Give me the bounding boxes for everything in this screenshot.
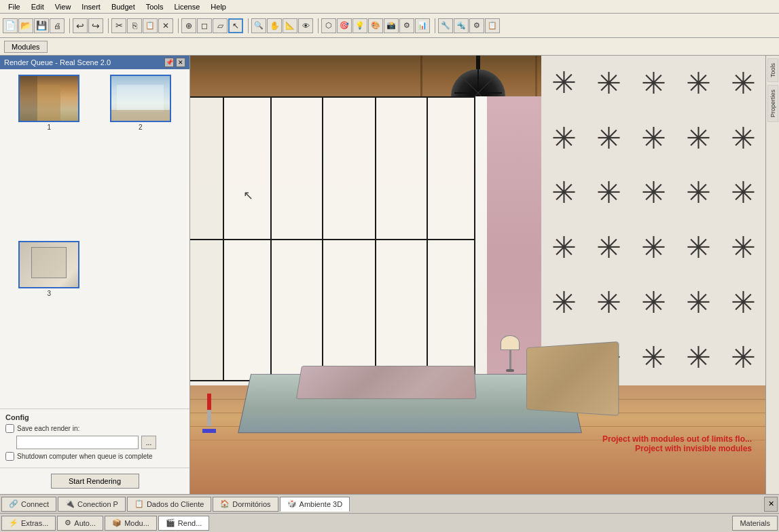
render-btn7[interactable]: 📊 bbox=[415, 18, 430, 33]
wardrobe-panel-4 bbox=[322, 96, 376, 381]
measure-button[interactable]: 📐 bbox=[283, 18, 297, 33]
print-button[interactable]: 🖨 bbox=[50, 18, 65, 33]
tab-dados[interactable]: 📋 Dados do Cliente bbox=[127, 497, 211, 512]
star-13: ✳ bbox=[631, 166, 676, 221]
menu-insert[interactable]: Insert bbox=[76, 1, 106, 12]
nav-arrow-gray bbox=[207, 410, 211, 426]
zoom-button[interactable]: 🔍 bbox=[251, 18, 266, 33]
extra-btn4[interactable]: 📋 bbox=[485, 18, 500, 33]
nav-horizontal bbox=[202, 429, 216, 433]
wardrobe-divider-3a bbox=[272, 239, 322, 240]
auto-label: Auto... bbox=[74, 519, 96, 527]
menu-file[interactable]: File bbox=[3, 1, 26, 12]
thumbnail-image-2[interactable] bbox=[110, 75, 171, 122]
tool4-button[interactable]: ↖ bbox=[228, 18, 243, 33]
modules-button[interactable]: Modules bbox=[4, 41, 48, 53]
viewport[interactable]: ✳ ✳ ✳ ✳ ✳ ✳ ✳ ✳ ✳ ✳ ✳ ✳ ✳ ✳ ✳ bbox=[190, 56, 765, 494]
thumbnail-image-1[interactable] bbox=[18, 75, 79, 122]
shutdown-row: Shutdown computer when queue is complete bbox=[5, 452, 184, 461]
cut-button[interactable]: ✂ bbox=[111, 18, 126, 33]
bed-pillow bbox=[296, 366, 477, 399]
render-btn5[interactable]: 📸 bbox=[384, 18, 399, 33]
bottom-tab-rend[interactable]: 🎬 Rend... bbox=[158, 516, 209, 531]
delete-button[interactable]: ✕ bbox=[158, 18, 173, 33]
render-btn3[interactable]: 💡 bbox=[352, 18, 367, 33]
save-render-row: Save each render in: bbox=[5, 424, 184, 433]
tab-ambiente[interactable]: 🎲 Ambiente 3D bbox=[280, 497, 350, 512]
tool3-button[interactable]: ▱ bbox=[213, 18, 228, 33]
tab-ambiente-label: Ambiente 3D bbox=[300, 500, 343, 508]
toolbar-separator-6 bbox=[433, 18, 435, 33]
wardrobe-divider-2a bbox=[224, 239, 270, 240]
thumbnail-item-3[interactable]: 3 bbox=[5, 241, 93, 403]
pan-button[interactable]: ✋ bbox=[267, 18, 282, 33]
properties-panel-label[interactable]: Properties bbox=[767, 85, 778, 122]
save-path-input[interactable] bbox=[16, 436, 139, 449]
tool1-button[interactable]: ⊕ bbox=[181, 18, 196, 33]
render-btn2[interactable]: 🎯 bbox=[337, 18, 352, 33]
materials-tab[interactable]: Materials bbox=[732, 516, 778, 531]
menu-view[interactable]: View bbox=[50, 1, 77, 12]
tools-panel-label[interactable]: Tools bbox=[767, 58, 778, 82]
undo-button[interactable]: ↩ bbox=[73, 18, 88, 33]
view3d-button[interactable]: 👁 bbox=[298, 18, 313, 33]
toolbar-separator-3 bbox=[176, 18, 179, 33]
extra-btn3[interactable]: ⚙ bbox=[469, 18, 484, 33]
bottom-tab-modu[interactable]: 📦 Modu... bbox=[105, 516, 157, 531]
bottom-tab-auto[interactable]: ⚙ Auto... bbox=[57, 516, 103, 531]
save-button[interactable]: 💾 bbox=[34, 18, 49, 33]
menu-budget[interactable]: Budget bbox=[106, 1, 141, 12]
thumbnail-image-3[interactable] bbox=[18, 241, 79, 288]
star-24: ✳ bbox=[676, 275, 721, 330]
shutdown-checkbox[interactable] bbox=[5, 452, 14, 461]
thumbnail-item-2[interactable]: 2 bbox=[97, 75, 185, 237]
save-render-checkbox[interactable] bbox=[5, 424, 14, 433]
copy-button[interactable]: ⎘ bbox=[127, 18, 142, 33]
paste-button[interactable]: 📋 bbox=[143, 18, 158, 33]
toolbar-separator-4 bbox=[246, 18, 249, 33]
save-render-label: Save each render in: bbox=[17, 425, 79, 432]
thumb-interior-3 bbox=[20, 242, 78, 287]
wardrobe-panel-6 bbox=[427, 96, 475, 381]
menu-help[interactable]: Help bbox=[205, 1, 232, 12]
toolbar: 📄 📂 💾 🖨 ↩ ↪ ✂ ⎘ 📋 ✕ ⊕ ◻ ▱ ↖ 🔍 ✋ 📐 👁 ⬡ 🎯 … bbox=[0, 14, 779, 38]
star-7: ✳ bbox=[586, 111, 631, 166]
chandelier-chain bbox=[476, 56, 480, 69]
browse-button[interactable]: ... bbox=[141, 436, 156, 449]
star-21: ✳ bbox=[541, 275, 586, 330]
open-button[interactable]: 📂 bbox=[18, 18, 33, 33]
star-5: ✳ bbox=[721, 56, 765, 111]
thumbnails-area: 1 2 bbox=[0, 69, 189, 409]
thumbnail-item-1[interactable]: 1 bbox=[5, 75, 93, 237]
wardrobe-divider-5a bbox=[376, 239, 427, 240]
star-30: ✳ bbox=[721, 330, 765, 385]
menu-tools[interactable]: Tools bbox=[141, 1, 169, 12]
redo-button[interactable]: ↪ bbox=[88, 18, 103, 33]
lamp-pole bbox=[509, 350, 511, 369]
panel-close-button[interactable]: ✕ bbox=[176, 58, 185, 67]
render-btn6[interactable]: ⚙ bbox=[399, 18, 414, 33]
tabbar: 🔗 Connect 🔌 Conection P 📋 Dados do Clien… bbox=[0, 494, 779, 513]
bottom-tab-extras[interactable]: ⚡ Extras... bbox=[1, 516, 56, 531]
wardrobe-divider-4a bbox=[323, 239, 375, 240]
tab-dormitorios[interactable]: 🏠 Dormitórios bbox=[213, 497, 278, 512]
tool2-button[interactable]: ◻ bbox=[197, 18, 212, 33]
render-btn1[interactable]: ⬡ bbox=[321, 18, 336, 33]
menu-edit[interactable]: Edit bbox=[26, 1, 50, 12]
star-19: ✳ bbox=[676, 220, 721, 275]
star-2: ✳ bbox=[586, 56, 631, 111]
lamp-base bbox=[506, 369, 514, 372]
start-rendering-button[interactable]: Start Rendering bbox=[51, 474, 139, 489]
toolbar-group-extra: 🔧 🔩 ⚙ 📋 bbox=[438, 18, 500, 33]
extra-btn1[interactable]: 🔧 bbox=[438, 18, 453, 33]
panel-pin-button[interactable]: 📌 bbox=[164, 58, 174, 67]
tab-close-button[interactable]: ✕ bbox=[764, 497, 778, 512]
extra-btn2[interactable]: 🔩 bbox=[454, 18, 469, 33]
tab-connection-p[interactable]: 🔌 Conection P bbox=[58, 497, 126, 512]
menu-license[interactable]: License bbox=[168, 1, 205, 12]
tab-connect[interactable]: 🔗 Connect bbox=[1, 497, 56, 512]
new-button[interactable]: 📄 bbox=[3, 18, 18, 33]
thumb-interior-2 bbox=[111, 76, 170, 121]
star-11: ✳ bbox=[541, 166, 586, 221]
render-btn4[interactable]: 🎨 bbox=[368, 18, 383, 33]
